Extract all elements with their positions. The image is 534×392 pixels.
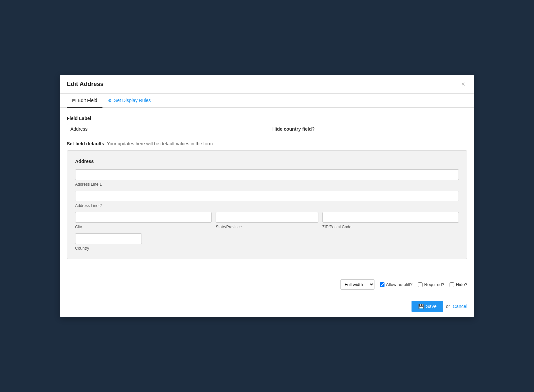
hide-checkbox[interactable]	[450, 282, 454, 287]
state-input[interactable]	[216, 212, 318, 223]
save-label: Save	[426, 304, 437, 309]
hide-country-text: Hide country field?	[272, 126, 315, 132]
address-card: Address Address Line 1 Address Line 2	[67, 150, 467, 259]
hide-text: Hide?	[456, 282, 467, 287]
tab-set-display-rules[interactable]: ⚙ Set Display Rules	[102, 94, 156, 108]
required-text: Required?	[424, 282, 444, 287]
zip-input[interactable]	[322, 212, 459, 223]
allow-autofill-label[interactable]: Allow autofill?	[380, 282, 413, 287]
hide-country-label[interactable]: Hide country field?	[266, 126, 315, 132]
field-label-section: Field Label Hide country field?	[67, 116, 467, 134]
modal-header: Edit Address ×	[60, 75, 474, 94]
edit-address-modal: Edit Address × ⊞ Edit Field ⚙ Set Displa…	[60, 75, 474, 317]
zip-label: ZIP/Postal Code	[322, 225, 459, 229]
zip-group: ZIP/Postal Code	[322, 212, 459, 229]
address-line1-group: Address Line 1	[75, 169, 459, 187]
modal-actions: 💾 Save or Cancel	[60, 295, 474, 317]
set-defaults-prefix: Set field defaults:	[67, 141, 106, 146]
required-label[interactable]: Required?	[418, 282, 444, 287]
city-label: City	[75, 225, 212, 229]
set-defaults-description: Your updates here will be default values…	[107, 141, 214, 146]
allow-autofill-checkbox[interactable]	[380, 282, 384, 287]
field-label-row: Hide country field?	[67, 124, 467, 134]
address-card-title: Address	[75, 159, 459, 164]
edit-field-icon: ⊞	[72, 98, 76, 103]
address-line2-label: Address Line 2	[75, 203, 459, 208]
set-defaults-text: Set field defaults: Your updates here wi…	[67, 141, 467, 146]
footer-checkbox-group: Allow autofill? Required? Hide?	[380, 282, 467, 287]
field-label-heading: Field Label	[67, 116, 467, 121]
save-icon: 💾	[418, 304, 424, 309]
width-select-wrap: Full width Half width Third width	[340, 279, 374, 290]
set-display-rules-icon: ⚙	[108, 98, 112, 103]
modal-body: Field Label Hide country field? Set fiel…	[60, 108, 474, 274]
hide-label[interactable]: Hide?	[450, 282, 467, 287]
save-button[interactable]: 💾 Save	[412, 301, 443, 312]
footer-options: Full width Half width Third width Allow …	[60, 274, 474, 295]
modal-title: Edit Address	[67, 81, 103, 88]
tab-edit-field[interactable]: ⊞ Edit Field	[67, 94, 102, 108]
address-line1-label: Address Line 1	[75, 182, 459, 187]
city-group: City	[75, 212, 212, 229]
close-button[interactable]: ×	[459, 80, 467, 88]
country-label: Country	[75, 246, 142, 251]
tab-set-display-rules-label: Set Display Rules	[114, 98, 151, 103]
field-label-input[interactable]	[67, 124, 260, 134]
state-label: State/Province	[216, 225, 318, 229]
address-line2-group: Address Line 2	[75, 191, 459, 208]
or-text: or	[446, 304, 450, 309]
required-checkbox[interactable]	[418, 282, 423, 287]
city-input[interactable]	[75, 212, 212, 223]
tab-edit-field-label: Edit Field	[78, 98, 97, 103]
country-group: Country	[75, 233, 142, 251]
tab-bar: ⊞ Edit Field ⚙ Set Display Rules	[60, 94, 474, 108]
address-line1-input[interactable]	[75, 169, 459, 180]
set-defaults-section: Set field defaults: Your updates here wi…	[67, 141, 467, 259]
state-group: State/Province	[216, 212, 318, 229]
allow-autofill-text: Allow autofill?	[386, 282, 413, 287]
width-select[interactable]: Full width Half width Third width	[340, 279, 374, 290]
country-input[interactable]	[75, 233, 142, 244]
address-city-state-zip-row: City State/Province ZIP/Postal Code	[75, 212, 459, 229]
cancel-button[interactable]: Cancel	[453, 304, 467, 309]
hide-country-checkbox[interactable]	[266, 127, 270, 131]
address-line2-input[interactable]	[75, 191, 459, 201]
